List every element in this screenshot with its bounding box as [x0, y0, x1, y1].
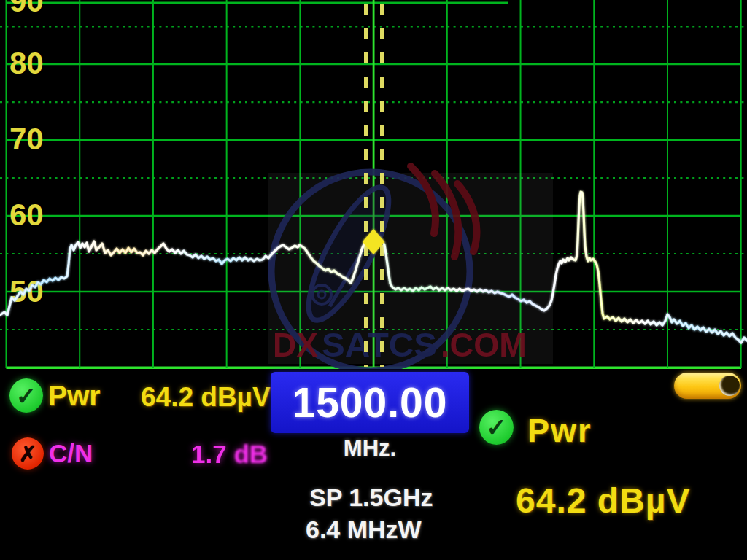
watermark-text: .COM	[441, 325, 527, 364]
check-icon: ✓	[16, 381, 37, 411]
check-icon: ✓	[486, 413, 507, 442]
y-axis-label: 80	[9, 46, 44, 80]
cn-fail-icon: ✗	[12, 438, 44, 470]
watermark-text: DX	[273, 325, 318, 364]
bandwidth-setting[interactable]: 6.4 MHzW	[306, 516, 422, 544]
selected-measure-label[interactable]: Pwr	[527, 412, 592, 450]
cross-icon: ✗	[18, 441, 36, 467]
watermark-text: SATCS	[322, 325, 437, 364]
selected-ok-icon: ✓	[479, 410, 514, 445]
dxsatcs-watermark: DXSATCS.COM	[268, 166, 553, 369]
y-axis-label: 60	[9, 198, 44, 232]
span-setting[interactable]: SP 1.5GHz	[309, 483, 433, 512]
cn-row-value: 1.7 dB	[191, 440, 268, 469]
y-axis-labels: 9080706050	[9, 0, 44, 308]
spectrum-plot: 9080706050DXSATCS.COM	[0, 0, 747, 369]
spectrum-analyzer-screen: 9080706050DXSATCS.COM ✓ Pwr 64.2 dBµV 15…	[0, 0, 747, 560]
frequency-unit: MHz.	[271, 435, 469, 462]
battery-cap	[719, 376, 740, 396]
selected-measure-value: 64.2 dBµV	[516, 481, 690, 521]
cn-value-unit: dB	[233, 440, 268, 468]
spectrum-plot-svg: 9080706050DXSATCS.COM	[0, 0, 747, 369]
y-axis-label: 50	[9, 274, 44, 308]
cn-row-label[interactable]: C/N	[49, 439, 93, 468]
cn-value-number: 1.7	[191, 440, 227, 468]
y-axis-label: 70	[9, 122, 44, 156]
pwr-row-label[interactable]: Pwr	[48, 380, 101, 412]
frequency-field[interactable]: 1500.00	[271, 372, 469, 433]
pwr-row-value: 64.2 dBµV	[141, 382, 271, 413]
frequency-value: 1500.00	[292, 378, 447, 427]
y-axis-label: 90	[9, 0, 44, 18]
pwr-ok-icon: ✓	[9, 378, 43, 413]
battery-icon	[674, 373, 741, 399]
